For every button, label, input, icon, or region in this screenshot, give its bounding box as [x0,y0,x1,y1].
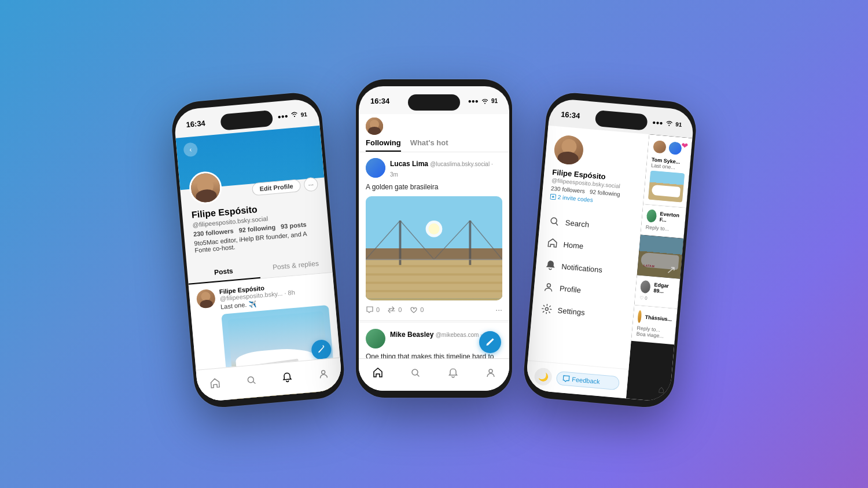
wifi-icon-3 [665,120,674,126]
preview-dark-image: LATAM [637,234,684,278]
mini-body [200,299,213,309]
feed-post-1-text: A golden gate brasileira [366,182,502,192]
nav-profile-1[interactable] [317,367,330,380]
action-comment-1[interactable]: 0 [366,306,380,314]
preview-post-4: Thássius... Reply to... Boa viage... [631,304,678,344]
svg-rect-5 [366,265,502,267]
svg-point-17 [428,223,439,234]
phones-container: 16:34 ●●● 91 ‹ [182,85,686,403]
followers-label: followers [205,227,234,236]
svg-point-22 [547,283,551,287]
feed-post-1-avatar [366,158,385,178]
preview-name-2: Everton F... [659,211,681,224]
heart-indicator: ❤ [681,141,689,151]
status-icons-3: ●●● 91 [652,119,682,127]
battery-icon-2: 91 [491,98,498,104]
nav-home-1[interactable] [209,376,222,389]
phone3-screen: 16:34 ●●● 91 [525,98,695,402]
signal-icon-3: ●●● [652,119,663,126]
gear-icon [541,303,553,315]
menu-avatar [553,134,584,166]
svg-rect-8 [366,290,502,292]
feed-post-1-author: Lucas Lima [390,160,430,168]
action-repost-1[interactable]: 0 [388,306,402,314]
svg-point-21 [551,217,557,223]
preview-text-2: Reply to... [645,224,680,233]
preview-text-4: Reply to... Boa viage... [636,325,671,339]
nav-search-2[interactable] [410,367,421,379]
time-1: 16:34 [186,118,205,129]
feed-post-1-image [366,196,502,300]
preview-post-2: Everton F... Reply to... [641,204,686,238]
post-time: · 8h [284,288,295,296]
compose-fab-2[interactable] [479,331,501,353]
status-icons-1: ●●● 91 [277,110,307,119]
preview-avatar-4 [640,280,651,293]
preview-post-4-header: Thássius... [637,310,672,325]
feed-tabs: Following What's hot [366,138,502,152]
nav-notifications-2[interactable] [447,367,459,379]
preview-avatar-3 [646,209,657,222]
posts-count: 93 [281,222,288,230]
time-3: 16:34 [561,109,580,120]
feed-post-2-author: Mike Beasley [390,331,436,339]
following-count: 92 [238,226,246,233]
action-more-1[interactable]: ··· [495,305,502,314]
dark-mode-button[interactable]: 🌙 [534,367,553,386]
feedback-button[interactable]: Feedback [556,370,620,390]
home-icon-preview[interactable]: ⌂ [658,383,665,396]
bell-icon [545,259,557,271]
preview-avatar-1 [652,139,667,154]
back-button[interactable]: ‹ [183,142,198,157]
wifi-icon-1 [290,111,299,119]
svg-point-1 [321,370,325,374]
feed-post-1: Lucas Lima @lucaslima.bsky.social · 3m A… [359,152,509,321]
phone1-screen: 16:34 ●●● 91 ‹ [173,98,343,402]
status-icons-2: ●●● 91 [468,98,498,104]
tab-following[interactable]: Following [366,138,401,152]
nav-home-2[interactable] [372,367,384,379]
preview-post-3-header: Edgar 89... [640,280,675,295]
following-label: following [247,223,275,233]
dynamic-island-2 [408,94,460,111]
phone-menu: 16:34 ●●● 91 [522,90,698,409]
battery-icon-1: 91 [300,111,307,118]
feed-header: Following What's hot [359,114,509,152]
tab-whats-hot[interactable]: What's hot [410,138,448,152]
home-icon [547,237,558,249]
svg-rect-6 [366,273,502,276]
posts-label: posts [289,221,307,229]
like-count-row: ♡ 0 [639,295,674,303]
signal-icon-2: ●●● [468,98,479,104]
time-2: 16:34 [370,97,389,105]
nav-search-1[interactable] [245,373,258,386]
feed-post-1-meta: Lucas Lima @lucaslima.bsky.social · 3m [390,158,502,179]
feed-user-avatar [366,118,383,135]
battery-icon-3: 91 [675,120,682,127]
svg-rect-10 [469,221,471,265]
nav-profile-2[interactable] [485,367,496,379]
action-like-1[interactable]: 0 [410,306,424,314]
preview-post-2-header: Everton F... [646,209,682,225]
search-icon [549,215,560,227]
feedback-icon [562,375,570,382]
preview-avatar-5 [637,310,642,322]
profile-avatar-1 [188,170,223,206]
cursor-indicator: ↗ [666,262,677,276]
menu-following: 92 [590,188,597,195]
phone-profile: 16:34 ●●● 91 ‹ [170,90,346,409]
preview-post-1: ❤ Tom Syke... Last one... [643,134,692,208]
feed-post-2-avatar [366,329,385,348]
phone-feed: 16:34 ●●● 91 [356,79,512,398]
more-options-button[interactable]: ··· [303,177,318,192]
invite-icon [550,193,556,200]
nav-notifications-1[interactable] [281,370,294,383]
svg-rect-7 [366,282,502,284]
person-icon [543,281,554,293]
wifi-icon-2 [481,98,489,104]
bottom-nav-2 [359,358,509,391]
svg-rect-9 [399,221,402,265]
preview-name-4: Thássius... [645,314,672,322]
feed-post-1-actions: 0 0 0 ··· [366,305,502,314]
post-avatar-1 [196,288,216,309]
